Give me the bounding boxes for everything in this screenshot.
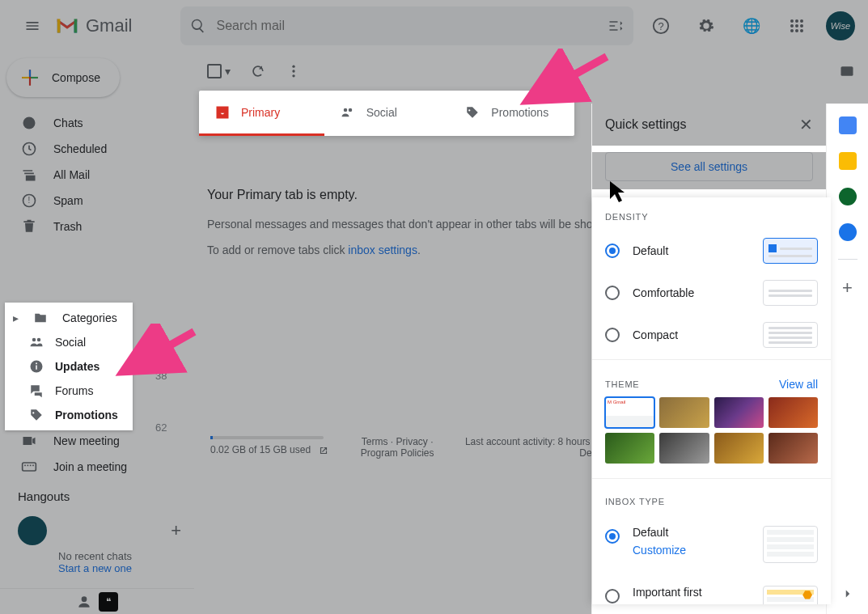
- svg-point-5: [790, 24, 794, 28]
- no-chats-text: No recent chats: [0, 545, 194, 562]
- quick-settings: Quick settings ✕ See all settings DENSIT…: [591, 104, 826, 614]
- svg-text:?: ?: [658, 20, 663, 32]
- close-quick-settings[interactable]: ✕: [799, 115, 813, 134]
- theme-heading: THEME: [605, 379, 640, 389]
- svg-point-3: [795, 19, 798, 23]
- gear-icon: [697, 17, 715, 35]
- main-menu-button[interactable]: [13, 6, 52, 45]
- search-input[interactable]: [216, 19, 598, 33]
- sidebar-item-chats[interactable]: Chats: [0, 110, 194, 136]
- customize-link[interactable]: Customize: [633, 544, 686, 557]
- radio-icon: [605, 243, 620, 258]
- person-icon[interactable]: [76, 594, 92, 610]
- inbox-type-important[interactable]: Important first ⬣: [592, 574, 831, 604]
- refresh-icon[interactable]: [250, 63, 266, 79]
- category-promotions[interactable]: Promotions: [5, 403, 133, 427]
- hangouts-tab-icon[interactable]: ❝: [99, 592, 118, 612]
- compose-plus-icon: [19, 67, 40, 88]
- svg-point-6: [795, 24, 798, 28]
- tab-social[interactable]: Social: [324, 91, 450, 136]
- inbox-type-default[interactable]: Default Customize: [592, 514, 831, 574]
- more-icon[interactable]: [286, 63, 302, 79]
- theme-view-all-link[interactable]: View all: [779, 378, 818, 391]
- contacts-icon[interactable]: [839, 223, 857, 241]
- apps-button[interactable]: [781, 10, 813, 42]
- sidebar-item-join-meeting[interactable]: Join a meeting: [0, 454, 194, 480]
- category-forums[interactable]: Forums: [5, 379, 133, 403]
- density-comfortable[interactable]: Comfortable: [592, 272, 831, 314]
- theme-thumb-7[interactable]: [768, 433, 818, 464]
- svg-point-22: [32, 338, 36, 342]
- tab-primary[interactable]: Primary: [199, 91, 324, 136]
- theme-thumb-2[interactable]: [714, 397, 764, 428]
- sidebar-item-trash[interactable]: Trash: [0, 214, 194, 239]
- spam-icon: !: [21, 193, 37, 209]
- sidebar-item-allmail[interactable]: All Mail: [0, 162, 194, 188]
- svg-point-29: [292, 74, 294, 77]
- account-switcher[interactable]: 🌐: [735, 10, 768, 42]
- tab-promotions[interactable]: Promotions: [449, 91, 574, 136]
- gmail-logo[interactable]: Gmail: [55, 15, 132, 36]
- density-default[interactable]: Default: [592, 230, 831, 272]
- external-link-icon[interactable]: [318, 445, 329, 456]
- inbox-type-heading: INBOX TYPE: [592, 482, 831, 514]
- collapse-rail-button[interactable]: [840, 586, 855, 601]
- inbox-settings-link[interactable]: inbox settings: [348, 243, 417, 256]
- category-updates[interactable]: Updates: [5, 354, 133, 379]
- categories-header[interactable]: ▸ Categories: [5, 306, 133, 330]
- categories-panel: ▸ Categories Social Updates Forums Promo…: [5, 303, 133, 430]
- svg-text:!: !: [28, 196, 31, 205]
- svg-rect-30: [841, 66, 853, 76]
- hangouts-avatar[interactable]: [18, 516, 47, 545]
- see-all-settings-button[interactable]: See all settings: [605, 152, 813, 181]
- quick-settings-panel: DENSITY Default Comfortable Compact THEM…: [592, 197, 831, 604]
- search-icon: [190, 18, 206, 34]
- new-chat-button[interactable]: +: [171, 520, 181, 541]
- radio-icon: [605, 328, 620, 342]
- svg-point-11: [23, 117, 36, 129]
- svg-rect-25: [36, 366, 37, 370]
- footer: 0.02 GB of 15 GB used Terms · Privacy · …: [194, 426, 625, 468]
- select-all[interactable]: ▾: [207, 64, 231, 78]
- storage-info: 0.02 GB of 15 GB used: [210, 436, 329, 459]
- input-tools-icon[interactable]: [839, 63, 855, 79]
- compose-button[interactable]: Compose: [6, 58, 120, 97]
- bottom-bar: ❝: [0, 588, 194, 614]
- density-preview: [763, 238, 818, 264]
- updates-count: 38: [155, 370, 167, 382]
- theme-thumb-6[interactable]: [714, 433, 764, 464]
- profile-avatar[interactable]: Wise: [826, 11, 855, 40]
- settings-button[interactable]: [690, 10, 722, 42]
- category-social[interactable]: Social: [5, 330, 133, 354]
- keep-icon[interactable]: [839, 152, 857, 170]
- add-addon-button[interactable]: +: [842, 277, 853, 299]
- svg-point-31: [343, 108, 347, 112]
- search-bar[interactable]: [180, 6, 633, 45]
- sidebar-item-spam[interactable]: !Spam: [0, 188, 194, 214]
- svg-point-4: [800, 19, 803, 23]
- people-icon: [341, 105, 355, 120]
- people-icon: [29, 335, 44, 349]
- search-options-icon[interactable]: [608, 18, 624, 34]
- theme-thumb-5[interactable]: [659, 433, 709, 464]
- help-button[interactable]: ?: [645, 10, 677, 42]
- theme-thumb-1[interactable]: [659, 397, 709, 428]
- theme-thumb-4[interactable]: [605, 433, 654, 464]
- start-chat-link[interactable]: Start a new one: [0, 562, 194, 574]
- calendar-icon[interactable]: [839, 116, 857, 134]
- radio-icon: [605, 286, 620, 300]
- stack-icon: [21, 167, 37, 183]
- svg-point-32: [348, 108, 352, 112]
- density-compact[interactable]: Compact: [592, 314, 831, 356]
- theme-thumb-0[interactable]: M Gmail: [605, 397, 654, 428]
- svg-rect-20: [32, 465, 34, 467]
- svg-point-10: [800, 29, 803, 32]
- sidebar-item-scheduled[interactable]: Scheduled: [0, 136, 194, 162]
- inbox-preview: [763, 526, 818, 563]
- theme-thumb-3[interactable]: [768, 397, 818, 428]
- svg-rect-17: [24, 465, 26, 467]
- forum-icon: [29, 383, 44, 398]
- tasks-icon[interactable]: [839, 188, 857, 205]
- density-preview: [763, 322, 818, 348]
- footer-links: Terms · Privacy · Program Policies: [361, 436, 434, 459]
